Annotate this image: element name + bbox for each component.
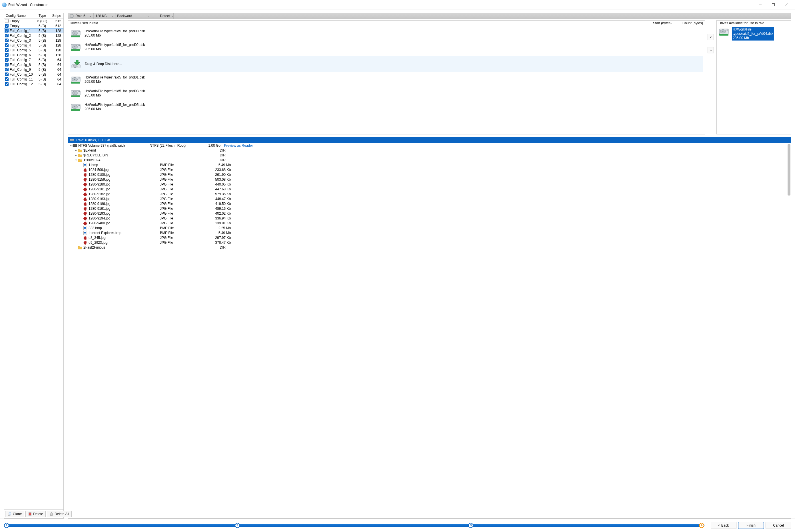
file-row[interactable]: Internet Explorer.bmp BMP File 5.49 Mb <box>68 230 791 235</box>
file-row[interactable]: 1.bmp BMP File 5.49 Mb <box>68 163 791 167</box>
col-count-bytes[interactable]: Count (bytes) <box>672 21 703 25</box>
config-stripe: 64 <box>50 77 64 81</box>
file-name: 1280-9181.jpg <box>89 187 160 191</box>
raid-type-dropdown[interactable]: Raid 5 ▾ <box>68 13 94 19</box>
close-button[interactable] <box>780 1 793 9</box>
config-row[interactable]: Full_Config_2 5 (B) 128 <box>4 33 64 38</box>
move-right-button[interactable]: > <box>708 47 714 53</box>
config-checkbox[interactable] <box>5 58 8 62</box>
move-left-button[interactable]: < <box>708 34 714 40</box>
drive-drop-target[interactable]: Drag & Drop Disk here... <box>70 56 703 72</box>
file-row[interactable]: 1280-9181.jpg JPG File 447.68 Kb <box>68 187 791 191</box>
file-row[interactable]: 1024-509.jpg JPG File 233.68 Kb <box>68 167 791 172</box>
file-name: Internet Explorer.bmp <box>89 231 160 235</box>
drive-used-item[interactable]: H:\Work\File types\raid5_for_pr\d00.dsk2… <box>70 27 703 41</box>
file-row[interactable]: 333.bmp BMP File 2.25 Mb <box>68 226 791 230</box>
config-checkbox[interactable] <box>5 24 8 28</box>
config-name: Empty <box>9 19 35 23</box>
minimize-button[interactable] <box>754 1 767 9</box>
expand-toggle[interactable]: ▸ <box>74 149 78 152</box>
drive-used-item[interactable]: H:\Work\File types\raid5_for_pr\d05.dsk2… <box>70 101 703 114</box>
expand-toggle[interactable]: ▸ <box>74 154 78 157</box>
file-row[interactable]: 1280-9159.jpg JPG File 503.08 Kb <box>68 177 791 182</box>
config-checkbox[interactable] <box>5 48 8 52</box>
preview-link[interactable]: Preview as Reader <box>224 144 253 148</box>
config-checkbox[interactable] <box>5 63 8 66</box>
file-row[interactable]: ▸ $Extend DIR <box>68 148 791 153</box>
config-checkbox[interactable] <box>5 73 8 76</box>
config-checkbox[interactable] <box>5 82 8 86</box>
file-row[interactable]: 1280-9183.jpg JPG File 448.47 Kb <box>68 196 791 201</box>
config-checkbox[interactable] <box>5 29 8 33</box>
file-row[interactable]: ▾ 1280x1024 DIR <box>68 157 791 163</box>
drive-used-item[interactable]: H:\Work\File types\raid5_for_pr\d02.dsk2… <box>70 41 703 55</box>
file-size: 378.47 Kb <box>206 241 234 245</box>
drives-available-body[interactable]: H:\Work\Filetypes\raid5_for_pr\d04.dsk20… <box>717 26 791 134</box>
config-checkbox[interactable] <box>5 43 8 47</box>
col-type[interactable]: Type <box>35 14 50 18</box>
drive-available-item[interactable]: H:\Work\Filetypes\raid5_for_pr\d04.dsk20… <box>719 27 789 40</box>
back-button[interactable]: < Back <box>711 522 737 529</box>
config-checkbox[interactable] <box>5 53 8 57</box>
config-row[interactable]: Empty 6 (BC) 512 <box>4 19 64 23</box>
file-row[interactable]: 1280-9193.jpg JPG File 402.02 Kb <box>68 211 791 216</box>
config-type: 5 (B) <box>35 58 50 62</box>
finish-button[interactable]: Finish <box>738 522 764 529</box>
config-row[interactable]: Full_Config_4 5 (B) 128 <box>4 43 64 48</box>
config-checkbox[interactable] <box>5 19 8 23</box>
config-name: Full_Config_7 <box>9 58 35 62</box>
file-row[interactable]: ▸ $RECYCLE.BIN DIR <box>68 153 791 157</box>
cancel-button[interactable]: Cancel <box>765 522 791 529</box>
config-row[interactable]: Empty 5 (B) 512 <box>4 23 64 28</box>
raid-result-dropdown[interactable]: Raid: 6 disks, 1.00 Gb ▾ <box>68 137 791 143</box>
config-row[interactable]: Full_Config_10 5 (B) 64 <box>4 72 64 77</box>
direction-dropdown[interactable]: Backward ▾ <box>115 13 158 19</box>
clone-button[interactable]: Clone <box>5 511 24 517</box>
maximize-button[interactable] <box>767 1 780 9</box>
config-row[interactable]: Full_Config_7 5 (B) 64 <box>4 57 64 62</box>
drive-used-item[interactable]: H:\Work\File types\raid5_for_pr\d01.dsk2… <box>70 73 703 87</box>
file-row[interactable]: 1280-9108.jpg JPG File 261.90 Kb <box>68 172 791 177</box>
file-row[interactable]: 1280-9194.jpg JPG File 336.94 Kb <box>68 216 791 221</box>
config-checkbox[interactable] <box>5 77 8 81</box>
config-row[interactable]: Full_Config_5 5 (B) 128 <box>4 48 64 53</box>
client-area: Config Name Type Stripe Empty 6 (BC) 512… <box>0 10 795 518</box>
drive-used-item[interactable]: H:\Work\File types\raid5_for_pr\d03.dsk2… <box>70 87 703 101</box>
config-row[interactable]: Full_Config_9 5 (B) 64 <box>4 67 64 72</box>
config-row[interactable]: Full_Config_12 5 (B) 64 <box>4 82 64 87</box>
file-row[interactable]: 1280-9186.jpg JPG File 419.50 Kb <box>68 201 791 206</box>
file-row[interactable]: 1280-9480.jpg JPG File 139.91 Kb <box>68 221 791 226</box>
config-name: Full_Config_10 <box>9 73 35 76</box>
file-name: 1280-9159.jpg <box>89 177 160 182</box>
config-checkbox[interactable] <box>5 68 8 71</box>
file-row[interactable]: 1280-9180.jpg JPG File 440.05 Kb <box>68 182 791 187</box>
config-list-body[interactable]: Empty 6 (BC) 512 Empty 5 (B) 512 Full_Co… <box>4 19 64 510</box>
detect-dropdown[interactable]: Detect▾ <box>158 13 174 19</box>
expand-toggle[interactable]: ▾ <box>69 144 73 147</box>
expand-toggle[interactable]: ▾ <box>74 159 78 162</box>
scrollbar-thumb[interactable] <box>788 144 791 195</box>
file-row[interactable]: 2Fast2Furious DIR <box>68 245 791 250</box>
drives-used-body[interactable]: H:\Work\File types\raid5_for_pr\d00.dsk2… <box>68 26 705 134</box>
file-tree[interactable]: ▾ NTFS Volume 937 (raid5, raid) NTFS (22… <box>68 143 791 518</box>
delete-button[interactable]: Delete <box>25 511 46 517</box>
file-row[interactable]: u8_345.jpg JPG File 297.97 Kb <box>68 235 791 240</box>
config-checkbox[interactable] <box>5 39 8 42</box>
config-row[interactable]: Full_Config_1 5 (B) 128 <box>4 28 64 33</box>
config-type: 6 (BC) <box>35 19 50 23</box>
config-row[interactable]: Full_Config_11 5 (B) 64 <box>4 77 64 82</box>
config-row[interactable]: Full_Config_8 5 (B) 64 <box>4 62 64 67</box>
file-size: 2.25 Mb <box>206 226 234 230</box>
file-row[interactable]: 1280-9191.jpg JPG File 489.16 Kb <box>68 206 791 211</box>
config-row[interactable]: Full_Config_6 5 (B) 128 <box>4 53 64 57</box>
col-stripe[interactable]: Stripe <box>50 14 64 18</box>
file-row[interactable]: 1280-9182.jpg JPG File 579.36 Kb <box>68 191 791 196</box>
chevron-down-icon: ▾ <box>90 15 91 17</box>
config-checkbox[interactable] <box>5 34 8 37</box>
stripe-size-dropdown[interactable]: 128 KB ▾ <box>94 13 115 19</box>
file-row[interactable]: ▾ NTFS Volume 937 (raid5, raid) NTFS (22… <box>68 143 791 148</box>
file-row[interactable]: u9_2923.jpg JPG File 378.47 Kb <box>68 240 791 245</box>
config-row[interactable]: Full_Config_3 5 (B) 128 <box>4 38 64 43</box>
col-start-bytes[interactable]: Start (bytes) <box>643 21 672 25</box>
col-config-name[interactable]: Config Name <box>4 14 35 18</box>
